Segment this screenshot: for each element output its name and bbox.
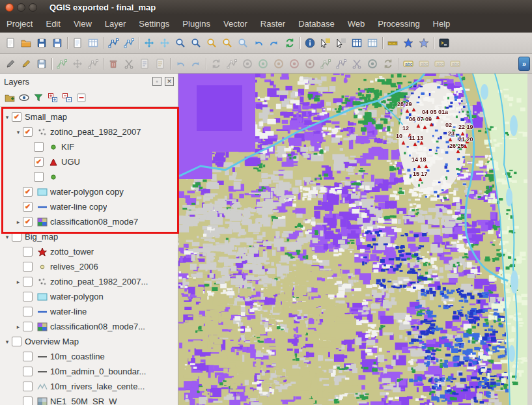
- zoom-last-button[interactable]: [251, 36, 266, 50]
- paste-features-button[interactable]: [153, 57, 167, 71]
- layer-item-relives-2006[interactable]: relives_2006: [0, 259, 178, 274]
- close-panel-icon[interactable]: ✕: [165, 77, 174, 86]
- zoom-to-selection-button[interactable]: [220, 36, 234, 50]
- expander-icon[interactable]: ▾: [3, 234, 12, 240]
- field-calculator-button[interactable]: [365, 36, 380, 50]
- layer-checkbox[interactable]: [23, 322, 33, 331]
- show-bookmarks-button[interactable]: [417, 36, 431, 50]
- merge-features-button[interactable]: [365, 57, 380, 71]
- layer-checkbox[interactable]: [23, 367, 33, 376]
- save-project-as-button[interactable]: [50, 36, 64, 50]
- menu-web[interactable]: Web: [341, 16, 372, 32]
- layer-checkbox[interactable]: [23, 352, 33, 361]
- layer-item-ugu[interactable]: ✔UGU: [0, 154, 178, 169]
- expander-icon[interactable]: ▾: [3, 114, 12, 120]
- split-features-button[interactable]: [350, 57, 364, 71]
- redo-button[interactable]: [189, 57, 203, 71]
- layer-checkbox[interactable]: [12, 232, 21, 242]
- window-maximize-button[interactable]: [29, 3, 37, 12]
- labeling-button[interactable]: abc: [401, 57, 415, 71]
- layer-checkbox[interactable]: [34, 172, 44, 182]
- layer-item-zotino-peat-1982-2007[interactable]: ▸zotino_peat_1982_2007...: [0, 274, 178, 289]
- reshape-features-button[interactable]: [318, 57, 333, 71]
- python-console-button[interactable]: [437, 36, 451, 50]
- layer-checkbox[interactable]: [23, 382, 33, 391]
- current-edits-button[interactable]: [3, 57, 18, 71]
- custom-projection-button[interactable]: [122, 36, 136, 50]
- layer-item-water-line-copy[interactable]: ✔water-line copy: [0, 199, 178, 214]
- save-layer-edits-button[interactable]: [35, 57, 49, 71]
- menu-processing[interactable]: Processing: [371, 16, 426, 32]
- menu-help[interactable]: Help: [427, 16, 457, 32]
- layer-checkbox[interactable]: ✔: [23, 217, 33, 227]
- layer-item-classification08-mode7[interactable]: ▸✔classification08_mode7: [0, 214, 178, 229]
- layer-item-kif[interactable]: KIF: [0, 139, 178, 154]
- layer-item-classification08-mode7[interactable]: ▸classification08_mode7...: [0, 319, 178, 334]
- menu-vector[interactable]: Vector: [217, 16, 254, 32]
- zoom-out-button[interactable]: [189, 36, 203, 50]
- deselect-features-button[interactable]: [334, 36, 348, 50]
- pan-to-selection-button[interactable]: [158, 36, 172, 50]
- move-label-button[interactable]: abc: [417, 57, 431, 71]
- layer-group-big-map[interactable]: ▾Big_map: [0, 229, 178, 244]
- change-label-button[interactable]: abc: [448, 57, 462, 71]
- offset-curve-button[interactable]: [334, 57, 348, 71]
- add-group-button[interactable]: [3, 91, 16, 104]
- toolbar-overflow-button[interactable]: »: [518, 57, 530, 71]
- undo-button[interactable]: [173, 57, 188, 71]
- style-manager-button[interactable]: [106, 36, 120, 50]
- menu-edit[interactable]: Edit: [39, 16, 66, 32]
- layer-group-overview-map[interactable]: ▾Overview Map: [0, 334, 178, 349]
- node-tool-button[interactable]: [86, 57, 100, 71]
- menu-view[interactable]: View: [67, 16, 98, 32]
- map-canvas[interactable]: [178, 74, 527, 405]
- expander-icon[interactable]: ▾: [14, 129, 23, 135]
- layer-item-ne1-50m-sr-w[interactable]: NE1_50M_SR_W: [0, 394, 178, 405]
- float-panel-icon[interactable]: ▫: [152, 77, 161, 86]
- delete-ring-button[interactable]: [287, 57, 301, 71]
- open-attribute-table-button[interactable]: [350, 36, 364, 50]
- layer-checkbox[interactable]: ✔: [23, 202, 33, 212]
- layer-item-water-line[interactable]: water-line: [0, 304, 178, 319]
- expander-icon[interactable]: ▸: [14, 219, 23, 225]
- layer-checkbox[interactable]: [23, 262, 33, 272]
- zoom-next-button[interactable]: [267, 36, 281, 50]
- new-project-button[interactable]: [3, 36, 18, 50]
- expander-icon[interactable]: ▸: [14, 324, 23, 330]
- fill-ring-button[interactable]: [272, 57, 286, 71]
- menu-plugins[interactable]: Plugins: [176, 16, 217, 32]
- window-close-button[interactable]: [5, 3, 14, 12]
- layer-item-water-polygon-copy[interactable]: ✔water-polygon copy: [0, 184, 178, 199]
- delete-part-button[interactable]: [303, 57, 317, 71]
- menu-project[interactable]: Project: [0, 16, 39, 32]
- layer-item-10m-rivers-lake-cente[interactable]: 10m_rivers_lake_cente...: [0, 379, 178, 394]
- layer-item-10m-coastline[interactable]: 10m_coastline: [0, 349, 178, 364]
- layer-checkbox[interactable]: [12, 337, 21, 346]
- add-part-button[interactable]: [256, 57, 270, 71]
- menu-database[interactable]: Database: [292, 16, 341, 32]
- layer-item-10m-admin-0-boundar[interactable]: 10m_admin_0_boundar...: [0, 364, 178, 379]
- add-ring-button[interactable]: [240, 57, 255, 71]
- add-feature-button[interactable]: [55, 57, 69, 71]
- menu-layer[interactable]: Layer: [98, 16, 133, 32]
- expander-icon[interactable]: ▸: [14, 279, 23, 285]
- open-project-button[interactable]: [19, 36, 33, 50]
- layer-group-small-map[interactable]: ▾✔Small_map: [0, 109, 178, 124]
- collapse-all-button[interactable]: [61, 91, 74, 104]
- new-bookmark-button[interactable]: [401, 36, 415, 50]
- rotate-label-button[interactable]: abc: [432, 57, 447, 71]
- layer-item-water-polygon[interactable]: water-polygon: [0, 289, 178, 304]
- expand-all-button[interactable]: [46, 91, 59, 104]
- new-print-composer-button[interactable]: [70, 36, 85, 50]
- remove-layer-button[interactable]: [75, 91, 88, 104]
- copy-features-button[interactable]: [137, 57, 152, 71]
- menu-raster[interactable]: Raster: [254, 16, 292, 32]
- composer-manager-button[interactable]: [86, 36, 100, 50]
- cut-features-button[interactable]: [122, 57, 136, 71]
- select-features-button[interactable]: [318, 36, 333, 50]
- toggle-editing-button[interactable]: [19, 57, 33, 71]
- zoom-in-button[interactable]: [173, 36, 188, 50]
- layer-item-zotto-tower[interactable]: zotto_tower: [0, 244, 178, 259]
- layer-checkbox[interactable]: ✔: [23, 187, 33, 197]
- layer-checkbox[interactable]: [23, 397, 33, 405]
